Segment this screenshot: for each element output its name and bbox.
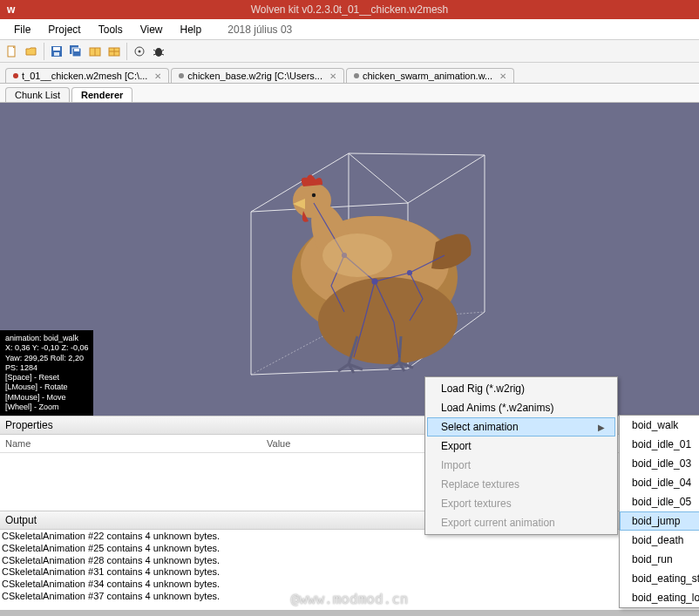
output-line: CSkeletalAnimation #37 contains 4 unknow… xyxy=(2,591,697,603)
ctx-export[interactable]: Export xyxy=(427,437,615,456)
close-icon[interactable]: ✕ xyxy=(329,71,336,81)
tab-dot-icon xyxy=(13,73,18,78)
svg-rect-3 xyxy=(54,52,59,56)
svg-point-20 xyxy=(293,183,331,218)
tab-label: t_01__chicken.w2mesh [C:\... xyxy=(22,71,147,81)
svg-point-21 xyxy=(312,193,316,197)
package-alt-icon[interactable] xyxy=(105,43,123,60)
tab-mesh[interactable]: t_01__chicken.w2mesh [C:\...✕ xyxy=(5,68,169,83)
viewport-stats-overlay: animation: boid_walk X: 0,36 Y: -0,10 Z:… xyxy=(0,330,93,416)
anim-item-boid-walk[interactable]: boid_walk xyxy=(620,416,699,435)
anim-item-boid-jump[interactable]: boid_jump xyxy=(620,511,699,531)
tab-animation[interactable]: chicken_swarm_animation.w...✕ xyxy=(346,68,514,83)
menu-date: 2018 július 03 xyxy=(227,24,292,36)
anim-item-boid-death[interactable]: boid_death xyxy=(620,531,699,550)
svg-point-24 xyxy=(408,271,412,275)
menu-file[interactable]: File xyxy=(5,21,39,38)
tab-chunk-list[interactable]: Chunk List xyxy=(5,87,70,102)
stat-line: Yaw: 299,25 Roll: 2,20 xyxy=(5,354,84,362)
output-line: CSkeletalAnimation #34 contains 4 unknow… xyxy=(2,579,697,591)
svg-point-11 xyxy=(139,50,141,52)
tab-label: chicken_base.w2rig [C:\Users... xyxy=(187,71,322,81)
menu-view[interactable]: View xyxy=(132,21,172,38)
anim-item-boid-idle-04[interactable]: boid_idle_04 xyxy=(620,473,699,492)
stat-line: [MMouse] - Move xyxy=(5,393,66,402)
svg-line-15 xyxy=(153,54,156,55)
chevron-right-icon: ▶ xyxy=(598,423,605,432)
svg-line-16 xyxy=(161,54,164,55)
output-line: CSkeletalAnimation #25 contains 4 unknow… xyxy=(2,543,697,555)
anim-item-boid-idle-03[interactable]: boid_idle_03 xyxy=(620,454,699,473)
animation-submenu: boid_walk boid_idle_01 boid_idle_03 boid… xyxy=(619,415,699,608)
package-icon[interactable] xyxy=(86,43,104,60)
stat-line: PS: 1284 xyxy=(5,363,37,372)
svg-point-22 xyxy=(372,279,377,284)
sub-tabs: Chunk List Renderer xyxy=(0,84,699,103)
toolbar-separator xyxy=(44,43,44,60)
settings-icon[interactable] xyxy=(131,43,148,60)
anim-item-boid-idle-05[interactable]: boid_idle_05 xyxy=(620,492,699,511)
output-line: CSkeletalAnimation #31 contains 4 unknow… xyxy=(2,566,697,579)
menu-help[interactable]: Help xyxy=(172,21,211,38)
stat-line: [Wheel] - Zoom xyxy=(5,403,59,411)
anim-item-boid-eating-sta[interactable]: boid_eating_sta xyxy=(620,569,699,588)
bug-icon[interactable] xyxy=(150,43,167,60)
ctx-export-textures: Export textures xyxy=(427,494,615,513)
ctx-load-rig[interactable]: Load Rig (*.w2rig) xyxy=(427,379,615,398)
svg-rect-6 xyxy=(74,49,79,51)
tab-label: chicken_swarm_animation.w... xyxy=(363,71,492,81)
svg-point-25 xyxy=(322,234,392,277)
anim-item-boid-eating-loo[interactable]: boid_eating_loo xyxy=(620,588,699,607)
save-all-icon[interactable] xyxy=(67,43,85,60)
stat-line: [LMouse] - Rotate xyxy=(5,382,68,391)
document-tabs: t_01__chicken.w2mesh [C:\...✕ chicken_ba… xyxy=(0,63,699,84)
open-icon[interactable] xyxy=(23,43,40,60)
close-icon[interactable]: ✕ xyxy=(499,71,506,81)
ctx-select-animation[interactable]: Select animation▶ xyxy=(427,417,615,437)
tab-rig[interactable]: chicken_base.w2rig [C:\Users...✕ xyxy=(171,68,344,83)
svg-rect-2 xyxy=(53,47,60,51)
ctx-replace-textures: Replace textures xyxy=(427,475,615,494)
close-icon[interactable]: ✕ xyxy=(154,71,161,81)
new-icon[interactable] xyxy=(3,43,21,60)
menu-bar: File Project Tools View Help 2018 július… xyxy=(0,19,699,40)
save-icon[interactable] xyxy=(48,43,65,60)
ctx-import: Import xyxy=(427,456,615,475)
menu-project[interactable]: Project xyxy=(39,21,89,38)
context-menu: Load Rig (*.w2rig) Load Anims (*.w2anims… xyxy=(424,376,618,535)
scene-canvas xyxy=(0,103,699,416)
col-value[interactable]: Value xyxy=(261,435,295,452)
viewport-3d[interactable]: animation: boid_walk X: 0,36 Y: -0,10 Z:… xyxy=(0,103,699,416)
tab-dot-icon xyxy=(354,73,359,78)
output-body: CSkeletalAnimation #22 contains 4 unknow… xyxy=(0,530,699,610)
tab-renderer[interactable]: Renderer xyxy=(71,87,132,102)
tab-dot-icon xyxy=(179,73,184,78)
anim-item-boid-idle-01[interactable]: boid_idle_01 xyxy=(620,435,699,454)
stat-line: animation: boid_walk xyxy=(5,334,78,342)
toolbar xyxy=(0,40,699,63)
svg-point-12 xyxy=(155,48,162,57)
ctx-export-current-animation: Export current animation xyxy=(427,513,615,532)
svg-point-19 xyxy=(318,277,458,364)
stat-line: [Space] - Reset xyxy=(5,373,59,382)
anim-item-boid-run[interactable]: boid_run xyxy=(620,550,699,569)
toolbar-separator xyxy=(126,43,127,60)
output-line: CSkeletalAnimation #28 contains 4 unknow… xyxy=(2,555,697,567)
stat-line: X: 0,36 Y: -0,10 Z: -0,06 xyxy=(5,343,88,352)
col-name[interactable]: Name xyxy=(0,435,261,452)
title-bar: w Wolven kit v0.2.3.0t_01__chicken.w2mes… xyxy=(0,0,699,19)
menu-tools[interactable]: Tools xyxy=(90,21,132,38)
window-title: Wolven kit v0.2.3.0t_01__chicken.w2mesh xyxy=(251,0,449,19)
app-icon: w xyxy=(7,3,15,16)
ctx-load-anims[interactable]: Load Anims (*.w2anims) xyxy=(427,398,615,417)
